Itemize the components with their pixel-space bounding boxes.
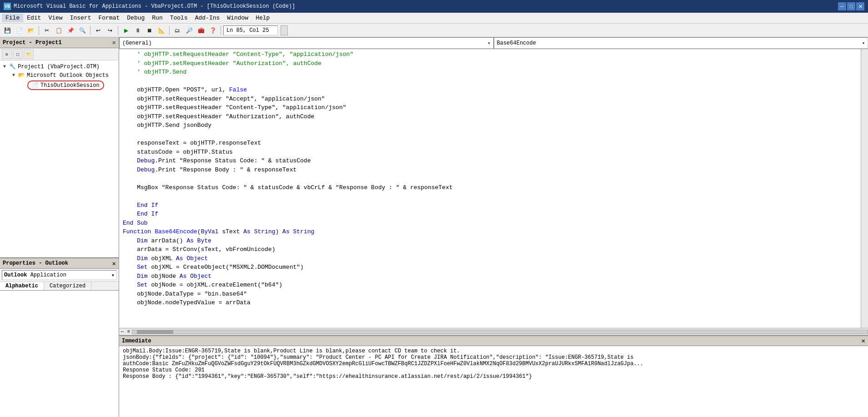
toolbar-toolbox[interactable]: 🧰: [196, 25, 206, 36]
toolbar-sep3: [118, 26, 118, 35]
toolbar-undo[interactable]: ↩: [93, 25, 104, 36]
vba-icon: VB: [4, 3, 11, 10]
application-text: Application: [30, 272, 66, 278]
tree-project1[interactable]: ▼ 🔧 Project1 (VbaProject.OTM): [2, 62, 117, 71]
menu-debug[interactable]: Debug: [123, 14, 148, 22]
spacer: [20, 83, 25, 88]
props-dropdown-select[interactable]: Outlook Application ▾: [2, 270, 117, 280]
toolbar-proj-explorer[interactable]: 🗂: [172, 25, 183, 36]
menu-tools[interactable]: Tools: [166, 14, 191, 22]
immediate-header: Immediate ✕: [119, 336, 868, 346]
dropdown-arrow-icon: ▾: [111, 272, 115, 279]
toolbar-obj-browser[interactable]: 🔎: [184, 25, 195, 36]
tree-outlook-objects[interactable]: ▼ 📂 Microsoft Outlook Objects: [11, 71, 117, 80]
close-button[interactable]: ✕: [856, 2, 864, 10]
outlook-objects-label: Microsoft Outlook Objects: [27, 72, 109, 79]
this-session-selected: 📄 ThisOutlookSession: [27, 80, 104, 90]
menu-run[interactable]: Run: [148, 14, 166, 22]
hscroll-track[interactable]: [132, 330, 868, 334]
toolbar-sep5: [221, 26, 221, 35]
toolbar-open[interactable]: 📂: [25, 25, 36, 36]
props-content-area: [0, 291, 119, 417]
minimize-button[interactable]: ─: [838, 2, 846, 10]
code-hscroll: ↔ ≡: [119, 328, 868, 335]
toolbar-copy[interactable]: 📋: [53, 25, 64, 36]
hscroll-icon2[interactable]: ≡: [125, 329, 132, 334]
immediate-close-btn[interactable]: ✕: [862, 337, 865, 345]
project-pane-title: Project - Project1: [3, 40, 62, 46]
project1-label: Project1 (VbaProject.OTM): [18, 64, 100, 70]
immediate-content[interactable]: objMail.Body:Issue:ENGR-365719,State is …: [119, 346, 868, 417]
title-bar-controls: ─ □ ✕: [838, 2, 864, 10]
code-dropdown-general[interactable]: (General) ▾: [119, 37, 494, 49]
proj-view-obj[interactable]: □: [13, 49, 23, 59]
tab-categorized[interactable]: Categorized: [44, 282, 91, 290]
code-panel: (General) ▾ Base64Encode ▾ ' objHTTP.set…: [119, 37, 868, 417]
menu-window[interactable]: Window: [223, 14, 252, 22]
title-bar-left: VB Microsoft Visual Basic for Applicatio…: [4, 3, 295, 10]
code-area: ' objHTTP.setRequestHeader "Content-Type…: [119, 49, 868, 328]
menu-help[interactable]: Help: [252, 14, 273, 22]
project-pane-close[interactable]: ✕: [112, 39, 116, 46]
toolbar-sep4: [169, 26, 170, 35]
project-pane-header: Project - Project1 ✕: [0, 37, 119, 48]
props-tabs: Alphabetic Categorized: [0, 282, 119, 291]
toolbar-pause[interactable]: ⏸: [132, 25, 143, 36]
toolbar-sep1: [39, 26, 39, 35]
title-bar: VB Microsoft Visual Basic for Applicatio…: [0, 0, 868, 13]
dropdown-general-text: (General): [122, 40, 487, 46]
props-dropdown-area: Outlook Application ▾: [0, 269, 119, 282]
proj-toggle-folders[interactable]: 📁: [24, 49, 34, 59]
code-editor[interactable]: ' objHTTP.setRequestHeader "Content-Type…: [119, 49, 861, 328]
project-pane: Project - Project1 ✕ ≡ □ 📁 ▼ 🔧 Project1 …: [0, 37, 119, 258]
expand-icon: ▼: [2, 64, 7, 69]
immediate-pane: Immediate ✕ objMail.Body:Issue:ENGR-3657…: [119, 335, 868, 417]
project-pane-toolbar: ≡ □ 📁: [0, 48, 119, 60]
menu-edit[interactable]: Edit: [23, 14, 45, 22]
toolbar-find[interactable]: 🔍: [77, 25, 88, 36]
project-tree: ▼ 🔧 Project1 (VbaProject.OTM) ▼ 📂 Micros…: [0, 60, 119, 257]
title-bar-text: Microsoft Visual Basic for Applications …: [14, 3, 295, 10]
toolbar-sep2: [90, 26, 90, 35]
proj-view-code[interactable]: ≡: [2, 49, 12, 59]
props-dropdown-text: Outlook Application: [4, 272, 66, 278]
maximize-button[interactable]: □: [847, 2, 855, 10]
dropdown-function-arrow: ▾: [862, 40, 865, 46]
tab-alphabetic[interactable]: Alphabetic: [0, 282, 44, 290]
menu-insert[interactable]: Insert: [66, 14, 95, 22]
menu-view[interactable]: View: [45, 14, 66, 22]
toolbar: 💾 📄 📂 ✂ 📋 📌 🔍 ↩ ↪ ▶ ⏸ ⏹ 📐 🗂 🔎 🧰 ❓ Ln 85,…: [0, 24, 868, 37]
code-vertical-scrollbar[interactable]: [861, 49, 868, 328]
immediate-title: Immediate: [122, 338, 151, 344]
menu-format[interactable]: Format: [95, 14, 123, 22]
menu-file[interactable]: File: [2, 14, 23, 22]
toolbar-cut[interactable]: ✂: [41, 25, 52, 36]
toolbar-design[interactable]: 📐: [156, 25, 167, 36]
toolbar-stop[interactable]: ⏹: [144, 25, 155, 36]
props-title: Properties - Outlook: [3, 260, 68, 266]
dropdown-general-arrow: ▾: [487, 40, 490, 46]
main-area: Project - Project1 ✕ ≡ □ 📁 ▼ 🔧 Project1 …: [0, 37, 868, 417]
code-dropdowns: (General) ▾ Base64Encode ▾: [119, 37, 868, 49]
menu-addins[interactable]: Add-Ins: [191, 14, 224, 22]
session-icon: 📄: [32, 82, 39, 89]
properties-pane: Properties - Outlook ✕ Outlook Applicati…: [0, 258, 119, 417]
expand-icon2: ▼: [11, 73, 16, 78]
toolbar-new[interactable]: 📄: [14, 25, 25, 36]
toolbar-help[interactable]: ❓: [207, 25, 218, 36]
toolbar-run[interactable]: ▶: [120, 25, 131, 36]
toolbar-paste[interactable]: 📌: [65, 25, 76, 36]
tree-this-session[interactable]: 📄 ThisOutlookSession: [20, 80, 117, 91]
props-close-btn[interactable]: ✕: [112, 260, 116, 267]
code-dropdown-function[interactable]: Base64Encode ▾: [494, 37, 868, 49]
scroll-indicator[interactable]: [281, 25, 288, 35]
props-header: Properties - Outlook ✕: [0, 258, 119, 269]
toolbar-redo[interactable]: ↪: [105, 25, 115, 36]
dropdown-function-text: Base64Encode: [497, 40, 862, 46]
menu-bar: File Edit View Insert Format Debug Run T…: [0, 13, 868, 24]
hscroll-expand-btn[interactable]: ↔: [119, 329, 125, 334]
toolbar-save[interactable]: 💾: [2, 25, 13, 36]
hscroll-thumb[interactable]: [137, 330, 173, 334]
session-label: ThisOutlookSession: [40, 82, 100, 89]
left-panel: Project - Project1 ✕ ≡ □ 📁 ▼ 🔧 Project1 …: [0, 37, 119, 417]
